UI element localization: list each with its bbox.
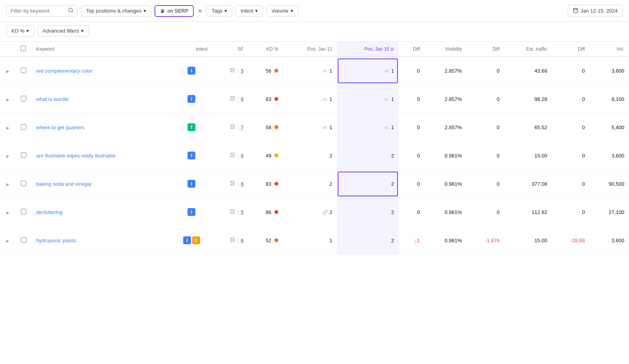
expand-cell[interactable]: ▶ — [0, 226, 16, 254]
expand-icon[interactable]: ▶ — [6, 182, 9, 187]
row-checkbox[interactable] — [21, 124, 26, 130]
diff1-cell: 0 — [399, 141, 425, 170]
advanced-filters-button[interactable]: Advanced filters ▾ — [37, 25, 89, 37]
pos-jan12-cell: 1 — [283, 57, 337, 85]
pos-jan15-cell: 2 — [337, 141, 399, 170]
diff-down-indicator: ↓1 — [414, 238, 420, 243]
intent-cell: T — [171, 113, 212, 141]
volume-label: Volume — [271, 8, 288, 14]
svg-point-15 — [232, 182, 232, 183]
table-header: Keyword Intent SF KD % Pos. Jan 12 Pos. … — [0, 42, 629, 57]
diff1-cell: 0 — [399, 113, 425, 141]
vol-cell: 8,100 — [590, 85, 629, 113]
kd-cell: 58 — [248, 113, 283, 141]
select-all-checkbox[interactable] — [20, 46, 26, 51]
kd-cell: 83 — [248, 85, 283, 113]
col-visibility: Visibility — [425, 42, 467, 57]
kd-cell: 86 — [248, 198, 283, 226]
checkbox-cell[interactable] — [16, 141, 31, 170]
visibility-cell: 0.981% — [425, 226, 467, 254]
col-intent: Intent — [171, 42, 212, 57]
intent-badge: T — [188, 123, 195, 131]
expand-icon[interactable]: ▶ — [6, 210, 9, 215]
expand-cell[interactable]: ▶ — [0, 141, 16, 170]
kd-button[interactable]: KD % ▾ — [6, 25, 34, 37]
expand-cell[interactable]: ▶ — [0, 113, 16, 141]
table-row: ▶ where to get quarters T | 7 58 1 1 0 2… — [0, 113, 629, 141]
row-checkbox[interactable] — [21, 68, 26, 73]
checkbox-cell[interactable] — [16, 170, 31, 198]
checkbox-cell[interactable] — [16, 198, 31, 226]
checkbox-cell[interactable] — [16, 57, 31, 85]
keyword-link[interactable]: hydroponic plants — [36, 238, 76, 243]
expand-icon[interactable]: ▶ — [6, 69, 9, 73]
row-checkbox[interactable] — [21, 96, 26, 101]
expand-cell[interactable]: ▶ — [0, 198, 16, 226]
kd-dot — [274, 182, 278, 186]
col-vol: Vol. — [590, 42, 629, 57]
table-row: ▶ decluttering I | 5 86 2 2 0 0.981% 0 1… — [0, 198, 629, 226]
expand-icon[interactable]: ▶ — [6, 97, 9, 102]
date-range-button[interactable]: Jan 12-15, 2024 — [568, 5, 623, 17]
svg-point-9 — [232, 97, 232, 98]
table-row: ▶ what is wordle I | 6 83 1 1 0 2.857% 0… — [0, 85, 629, 113]
keyword-filter-input[interactable] — [11, 8, 66, 14]
toolbar-row1: Top positions & changes ▾ ♛ on SERP ✕ Ta… — [0, 0, 629, 22]
kd-dot — [274, 210, 278, 214]
expand-icon[interactable]: ▶ — [6, 126, 9, 130]
date-range-label: Jan 12-15, 2024 — [581, 8, 618, 14]
est-traffic-cell: 43.68 — [504, 57, 552, 85]
keyword-link[interactable]: where to get quarters — [36, 124, 85, 130]
expand-icon[interactable]: ▶ — [6, 154, 9, 158]
serp-close-button[interactable]: ✕ — [197, 8, 203, 14]
sf-icon — [230, 152, 235, 157]
keyword-cell: hydroponic plants — [31, 226, 171, 254]
serp-button[interactable]: ♛ on SERP — [154, 5, 194, 17]
sf-icon — [230, 181, 235, 186]
volume-button[interactable]: Volume ▾ — [266, 5, 298, 16]
expand-cell[interactable]: ▶ — [0, 57, 16, 85]
sort-icon: ☰ — [390, 47, 394, 51]
keyword-link[interactable]: decluttering — [36, 209, 63, 215]
row-checkbox[interactable] — [21, 237, 26, 243]
checkbox-cell[interactable] — [16, 113, 31, 141]
tags-label: Tags — [212, 8, 222, 14]
row-checkbox[interactable] — [21, 152, 26, 158]
svg-point-0 — [69, 8, 72, 12]
intent-button[interactable]: Intent ▾ — [235, 5, 263, 16]
checkbox-cell[interactable] — [16, 85, 31, 113]
traffic-diff-cell: 0 — [552, 170, 590, 198]
keyword-cell: are flushable wipes really flushable — [31, 141, 171, 170]
expand-cell[interactable]: ▶ — [0, 85, 16, 113]
diff1-cell: 0 — [399, 85, 425, 113]
expand-cell[interactable]: ▶ — [0, 170, 16, 198]
diff1-cell: 0 — [399, 57, 425, 85]
vis-diff-cell: -1.876 — [467, 226, 504, 254]
tags-button[interactable]: Tags ▾ — [206, 5, 232, 16]
svg-point-13 — [232, 154, 232, 155]
keyword-link[interactable]: what is wordle — [36, 96, 68, 102]
est-traffic-cell: 15.00 — [504, 226, 552, 254]
sf-cell: | 6 — [212, 85, 248, 113]
svg-rect-2 — [574, 8, 578, 12]
kd-value: 49 — [266, 153, 271, 159]
row-checkbox[interactable] — [21, 181, 26, 186]
top-positions-button[interactable]: Top positions & changes ▾ — [81, 5, 151, 16]
svg-point-7 — [232, 69, 232, 70]
vol-cell: 3,600 — [590, 57, 629, 85]
traffic-diff-cell: 0 — [552, 85, 590, 113]
keyword-link[interactable]: are flushable wipes really flushable — [36, 153, 116, 159]
diff1-cell: 0 — [399, 198, 425, 226]
checkbox-cell[interactable] — [16, 226, 31, 254]
kd-value: 83 — [266, 96, 271, 102]
keyword-link[interactable]: red complementary color — [36, 68, 92, 74]
kd-dot — [274, 97, 278, 101]
expand-icon[interactable]: ▶ — [6, 239, 9, 243]
col-pos-jan15[interactable]: Pos. Jan 15 ☰ — [337, 42, 399, 57]
row-checkbox[interactable] — [21, 209, 26, 214]
kd-dot — [274, 238, 278, 242]
keyword-link[interactable]: baking soda and vinegar — [36, 181, 92, 187]
svg-point-17 — [232, 210, 232, 211]
sf-icon — [230, 68, 235, 73]
serp-label: on SERP — [167, 8, 188, 14]
